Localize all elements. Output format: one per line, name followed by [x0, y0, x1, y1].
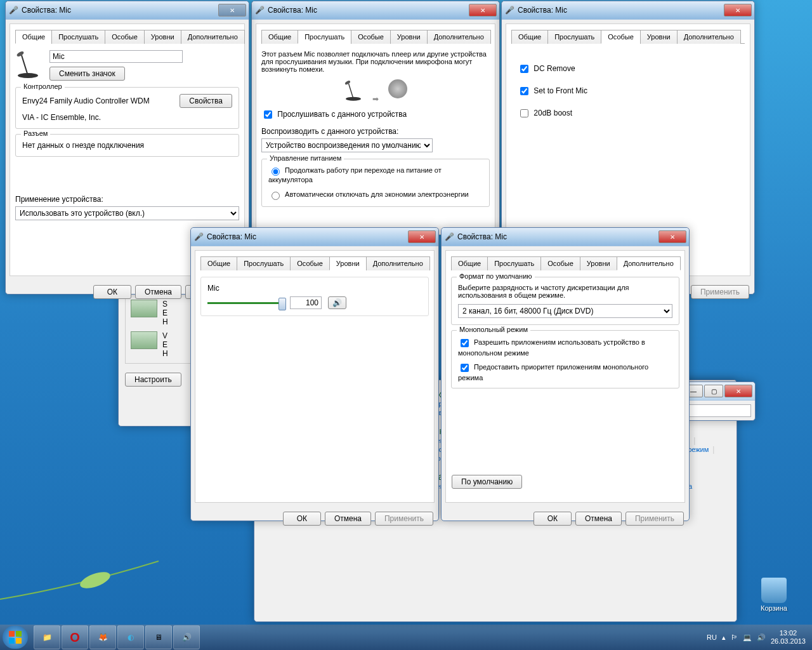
mic-large-icon [15, 50, 41, 79]
tray-lang[interactable]: RU [707, 633, 717, 641]
window-title: Свойства: Mic [518, 6, 724, 15]
format-select[interactable]: 2 канал, 16 бит, 48000 Гц (Диск DVD) [458, 304, 672, 318]
control-panel-taskbar-icon[interactable]: 🖥 [145, 625, 172, 649]
close-button[interactable]: ✕ [469, 4, 497, 17]
dc-remove-checkbox[interactable]: DC Remove [518, 63, 738, 75]
mic-icon: 🎤 [504, 5, 514, 15]
close-button[interactable]: ✕ [408, 230, 436, 243]
power-mgmt-label: Управление питанием [267, 154, 344, 162]
tray-volume-icon[interactable]: 🔊 [757, 633, 766, 642]
device-name-input[interactable] [49, 50, 183, 63]
tray-action-center-icon[interactable]: 🏳 [731, 633, 738, 641]
firefox-taskbar-icon[interactable]: 🦊 [89, 625, 116, 649]
tab-advanced[interactable]: Дополнительно [677, 30, 741, 44]
exclusive-opt2[interactable]: Предоставить приоритет приложениям моноп… [458, 362, 672, 381]
taskbar: 📁 O 🦊 ◐ 🖥 🔊 RU ▴ 🏳 💻 🔊 13:02 26.03.2013 [0, 625, 812, 650]
listen-checkbox[interactable]: Прослушивать с данного устройства [261, 110, 407, 119]
tab-special[interactable]: Особые [105, 30, 145, 44]
tab-levels[interactable]: Уровни [640, 30, 678, 44]
configure-button[interactable]: Настроить [125, 373, 181, 387]
mute-button[interactable]: 🔊 [328, 296, 346, 309]
mic-icon [344, 79, 363, 102]
power-opt1[interactable]: Продолжать работу при переходе на питани… [268, 166, 483, 183]
tab-special[interactable]: Особые [290, 256, 330, 270]
tab-levels[interactable]: Уровни [390, 30, 428, 44]
sound-taskbar-icon[interactable]: 🔊 [173, 625, 200, 649]
svg-rect-10 [16, 638, 22, 644]
cancel-button[interactable]: Отмена [575, 512, 622, 526]
tab-listen[interactable]: Прослушать [487, 256, 541, 270]
svg-point-5 [344, 80, 351, 85]
tab-general[interactable]: Общие [15, 30, 52, 44]
usage-select[interactable]: Использовать это устройство (вкл.) [15, 206, 239, 220]
window-title: Свойства: Mic [207, 232, 408, 241]
speaker-icon: 🔊 [332, 298, 342, 307]
format-group-label: Формат по умолчанию [457, 272, 535, 280]
titlebar[interactable]: 🎤 Свойства: Mic ✕ [6, 1, 249, 20]
cancel-button[interactable]: Отмена [325, 512, 371, 526]
maximize-button[interactable]: ▢ [704, 385, 723, 397]
ok-button[interactable]: ОК [283, 512, 321, 526]
svg-point-6 [78, 569, 112, 592]
close-button[interactable]: ✕ [724, 385, 752, 397]
recycle-bin[interactable]: Корзина [755, 578, 793, 612]
front-mic-checkbox[interactable]: Set to Front Mic [518, 85, 738, 97]
tab-special[interactable]: Особые [351, 30, 391, 44]
close-button[interactable]: ✕ [658, 230, 686, 243]
tray-time[interactable]: 13:02 [771, 629, 806, 637]
ok-button[interactable]: ОК [534, 512, 572, 526]
tab-advanced[interactable]: Дополнительно [617, 256, 681, 270]
listen-description: Этот разъем Mic позволяет подключать пле… [261, 50, 490, 73]
default-button[interactable]: По умолчанию [452, 475, 522, 489]
tab-listen[interactable]: Прослушать [51, 30, 105, 44]
tab-listen[interactable]: Прослушать [298, 30, 351, 44]
tab-levels[interactable]: Уровни [329, 256, 367, 270]
start-button[interactable] [3, 626, 28, 649]
controller-label: Контроллер [21, 83, 65, 90]
level-label: Mic [207, 284, 422, 293]
change-icon-button[interactable]: Сменить значок [49, 67, 125, 81]
tab-advanced[interactable]: Дополнительно [427, 30, 491, 44]
svg-rect-8 [16, 631, 22, 637]
window-title: Свойства: Mic [22, 6, 218, 15]
apply-button[interactable]: Применить [625, 512, 684, 526]
svg-rect-9 [9, 638, 15, 644]
tab-advanced[interactable]: Дополнительно [366, 256, 430, 270]
cancel-button[interactable]: Отмена [135, 285, 181, 299]
controller-vendor: VIA - IC Ensemble, Inc. [22, 113, 232, 122]
opera-taskbar-icon[interactable]: O [62, 625, 88, 649]
explorer-taskbar-icon[interactable]: 📁 [34, 625, 60, 649]
tab-listen[interactable]: Прослушать [237, 256, 291, 270]
tab-general[interactable]: Общие [451, 256, 488, 270]
tray-flag-icon[interactable]: ▴ [722, 633, 726, 642]
playback-select[interactable]: Устройство воспроизведения по умолчанию [261, 138, 433, 152]
close-button[interactable]: ✕ [218, 4, 246, 17]
boost-checkbox[interactable]: 20dB boost [518, 107, 738, 119]
apply-button[interactable]: Применить [691, 285, 749, 299]
power-opt2[interactable]: Автоматически отключать для экономии эле… [268, 190, 483, 200]
format-desc: Выберите разрядность и частоту дискретиз… [458, 284, 672, 299]
close-button[interactable]: ✕ [724, 4, 752, 17]
tab-levels[interactable]: Уровни [580, 256, 617, 270]
ok-button[interactable]: ОК [93, 285, 131, 299]
leaf-decoration [0, 548, 165, 625]
tray-network-icon[interactable]: 💻 [743, 633, 752, 642]
app-taskbar-icon[interactable]: ◐ [117, 625, 144, 649]
tab-special[interactable]: Особые [540, 256, 580, 270]
tab-general[interactable]: Общие [200, 256, 237, 270]
tab-general[interactable]: Общие [511, 30, 548, 44]
exclusive-opt1[interactable]: Разрешить приложениям использовать устро… [458, 337, 672, 357]
apply-button[interactable]: Применить [375, 512, 433, 526]
tab-special[interactable]: Особые [601, 30, 641, 44]
tab-listen[interactable]: Прослушать [547, 30, 601, 44]
playback-label: Воспроизводить с данного устройства: [261, 127, 490, 136]
level-slider[interactable] [207, 302, 284, 304]
tab-general[interactable]: Общие [261, 30, 298, 44]
svg-rect-7 [9, 631, 15, 637]
properties-button[interactable]: Свойства [180, 94, 232, 108]
tray-date[interactable]: 26.03.2013 [771, 637, 806, 646]
tab-advanced[interactable]: Дополнительно [181, 30, 245, 44]
tab-levels[interactable]: Уровни [144, 30, 181, 44]
level-value[interactable] [290, 296, 322, 309]
cp-search[interactable] [688, 404, 751, 417]
